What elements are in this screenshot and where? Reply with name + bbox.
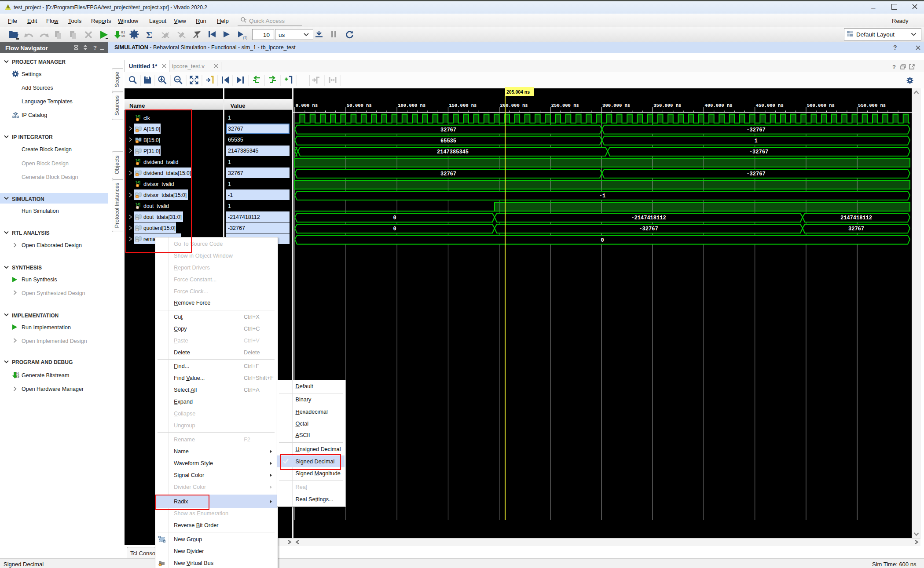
svg-text:Σ: Σ — [146, 29, 152, 40]
svg-text:1: 1 — [754, 138, 757, 144]
svg-text:2147385345: 2147385345 — [437, 149, 469, 155]
svg-text:0: 0 — [601, 237, 604, 244]
svg-text:65535: 65535 — [440, 138, 456, 144]
svg-text:-32767: -32767 — [746, 171, 765, 177]
svg-text:200.000 ns: 200.000 ns — [500, 103, 528, 108]
svg-text:500.000 ns: 500.000 ns — [807, 103, 835, 108]
svg-text:550.000 ns: 550.000 ns — [858, 103, 886, 108]
svg-text:?: ? — [93, 44, 97, 51]
svg-text:100.000 ns: 100.000 ns — [398, 103, 425, 108]
svg-text:150.000 ns: 150.000 ns — [449, 103, 477, 108]
svg-text:32767: 32767 — [848, 226, 864, 232]
svg-text:350.000 ns: 350.000 ns — [653, 103, 681, 108]
svg-text:-32767: -32767 — [639, 226, 658, 232]
svg-text:01: 01 — [16, 372, 19, 375]
svg-text:450.000 ns: 450.000 ns — [756, 103, 784, 108]
svg-text:-1: -1 — [599, 193, 605, 199]
svg-text:10: 10 — [16, 375, 19, 379]
svg-text:10: 10 — [121, 34, 125, 38]
svg-text:0: 0 — [393, 215, 396, 221]
svg-text:32767: 32767 — [440, 127, 456, 133]
svg-text:300.000 ns: 300.000 ns — [602, 103, 630, 108]
svg-text:-2147418112: -2147418112 — [631, 215, 666, 221]
svg-text:-32767: -32767 — [746, 127, 765, 133]
svg-text:(T): (T) — [243, 36, 248, 40]
svg-text:32767: 32767 — [440, 171, 456, 177]
svg-text:400.000 ns: 400.000 ns — [705, 103, 733, 108]
svg-text:-32767: -32767 — [749, 149, 768, 155]
svg-text:0.000 ns: 0.000 ns — [296, 103, 318, 108]
svg-text:0: 0 — [393, 226, 396, 232]
svg-text:2147418112: 2147418112 — [840, 215, 872, 221]
svg-text:50.000 ns: 50.000 ns — [347, 103, 372, 108]
svg-text:250.000 ns: 250.000 ns — [551, 103, 579, 108]
